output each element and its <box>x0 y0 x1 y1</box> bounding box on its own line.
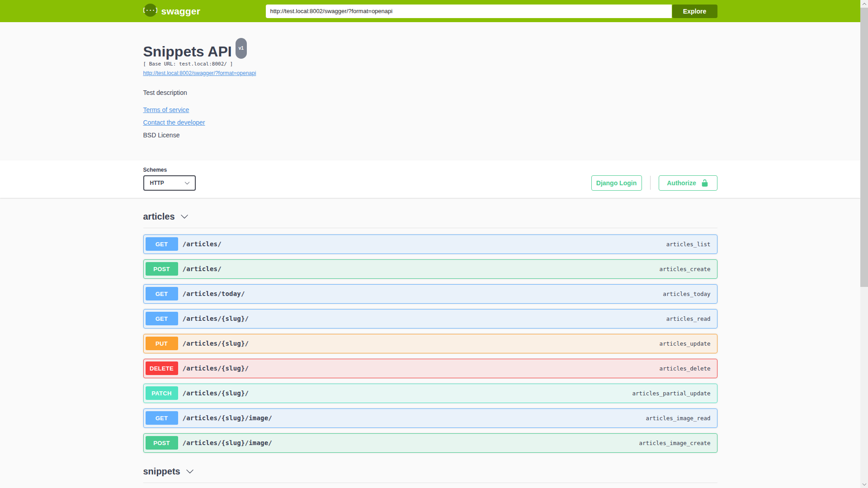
operation-row[interactable]: GET /articles/{slug}/image/ articles_ima… <box>143 408 717 428</box>
page-title: Snippets APIv1 <box>143 39 717 61</box>
spec-url-input[interactable] <box>266 5 672 18</box>
operation-row[interactable]: POST /articles/ articles_create <box>143 259 717 279</box>
schemes-label: Schemes <box>143 167 196 173</box>
logo-text: swagger <box>161 6 201 17</box>
unlocked-padlock-icon <box>701 179 709 187</box>
operation-id: articles_create <box>660 266 711 272</box>
method-badge: GET <box>146 411 178 425</box>
method-badge: POST <box>146 436 178 450</box>
api-description: Test description <box>143 89 717 96</box>
license-text: BSD License <box>143 131 717 139</box>
spec-link[interactable]: http://test.local:8002/swagger/?format=o… <box>143 70 256 76</box>
method-badge: GET <box>146 237 178 251</box>
chevron-down-icon <box>184 180 190 186</box>
swagger-logo-link[interactable]: {···} swagger <box>143 3 201 19</box>
swagger-logo-icon: {···} <box>143 3 157 19</box>
operation-id: articles_image_create <box>639 440 710 446</box>
method-badge: DELETE <box>146 361 178 375</box>
scheme-container: Schemes HTTP Django Login Authorize <box>0 160 860 198</box>
method-badge: GET <box>146 287 178 300</box>
operation-path: /articles/ <box>183 265 222 272</box>
operation-row[interactable]: GET /articles/{slug}/ articles_read <box>143 309 717 328</box>
topbar: {···} swagger Explore <box>0 0 860 22</box>
section-heading[interactable]: articles <box>143 210 717 228</box>
operation-row[interactable]: POST /articles/{slug}/image/ articles_im… <box>143 433 717 453</box>
scheme-select[interactable]: HTTP <box>143 175 196 191</box>
operation-id: articles_update <box>660 340 711 347</box>
operations-list: articles GET /articles/ articles_list PO… <box>143 210 717 488</box>
base-url-text: [ Base URL: test.local:8002/ ] <box>143 61 717 67</box>
svg-text:{···}: {···} <box>143 7 157 14</box>
operation-row[interactable]: DELETE /articles/{slug}/ articles_delete <box>143 359 717 378</box>
contact-developer-link[interactable]: Contact the developer <box>143 119 205 126</box>
method-badge: GET <box>146 312 178 325</box>
expand-chevron-icon[interactable] <box>186 467 194 475</box>
operation-id: articles_image_read <box>646 415 711 422</box>
expand-chevron-icon[interactable] <box>180 212 189 221</box>
operation-row[interactable]: PATCH /articles/{slug}/ articles_partial… <box>143 384 717 403</box>
section-operations: GET /articles/ articles_list POST /artic… <box>143 228 717 453</box>
swagger-ui-page: {···} swagger Explore Snippets APIv1 [ B… <box>0 0 860 488</box>
browser-scrollbar[interactable] <box>860 0 868 488</box>
scrollbar-down-arrow[interactable] <box>860 480 868 488</box>
method-badge: PUT <box>146 337 178 350</box>
section-heading[interactable]: snippets <box>143 465 717 483</box>
auth-wrapper: Django Login Authorize <box>591 175 717 191</box>
explore-button[interactable]: Explore <box>672 5 717 18</box>
operation-id: articles_partial_update <box>632 390 710 397</box>
operation-path: /articles/{slug}/ <box>183 315 249 322</box>
operation-path: /articles/{slug}/image/ <box>183 414 272 422</box>
method-badge: PATCH <box>146 386 178 400</box>
operation-id: articles_list <box>666 241 711 248</box>
operation-row[interactable]: PUT /articles/{slug}/ articles_update <box>143 334 717 353</box>
operation-path: /articles/{slug}/ <box>183 365 249 372</box>
operation-id: articles_today <box>663 291 710 297</box>
operation-path: /articles/{slug}/ <box>183 389 249 397</box>
section-title: snippets <box>143 465 180 478</box>
tag-section: articles GET /articles/ articles_list PO… <box>143 210 717 453</box>
django-login-button[interactable]: Django Login <box>591 175 642 191</box>
info-section: Snippets APIv1 [ Base URL: test.local:80… <box>0 22 860 160</box>
auth-divider <box>650 176 651 190</box>
operation-path: /articles/ <box>183 240 222 248</box>
operation-id: articles_read <box>666 315 711 322</box>
section-title: articles <box>143 210 175 223</box>
operation-path: /articles/{slug}/ <box>183 340 249 347</box>
operation-path: /articles/{slug}/image/ <box>183 439 272 446</box>
api-title-text: Snippets API <box>143 43 232 60</box>
tag-section: snippets GET /snippets/ snippets_list <box>143 465 717 488</box>
scrollbar-thumb[interactable] <box>860 8 868 287</box>
operation-row[interactable]: GET /articles/today/ articles_today <box>143 284 717 304</box>
authorize-button[interactable]: Authorize <box>659 175 717 191</box>
scheme-selected-value: HTTP <box>150 180 164 186</box>
operation-id: articles_delete <box>660 365 711 372</box>
download-url-wrapper: Explore <box>266 5 717 18</box>
schemes-block: Schemes HTTP <box>143 167 196 191</box>
section-operations: GET /snippets/ snippets_list <box>143 483 717 488</box>
scrollbar-up-arrow[interactable] <box>860 0 868 8</box>
operation-path: /articles/today/ <box>183 290 245 297</box>
authorize-label: Authorize <box>667 179 696 187</box>
method-badge: POST <box>146 262 178 276</box>
version-badge: v1 <box>236 38 247 59</box>
operation-row[interactable]: GET /articles/ articles_list <box>143 235 717 254</box>
terms-of-service-link[interactable]: Terms of service <box>143 106 189 113</box>
